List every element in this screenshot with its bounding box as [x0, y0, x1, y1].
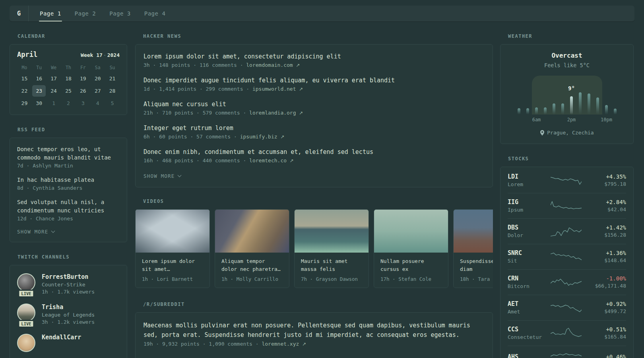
- calendar-day: 16: [32, 73, 47, 84]
- stock-id: AHS: [508, 353, 551, 358]
- calendar-grid: MoTuWeThFrSaSu15161718192021222324252627…: [17, 63, 120, 109]
- video-thumbnail[interactable]: [215, 210, 289, 253]
- twitch-channel-row[interactable]: LIVE ForrestBurton Counter-Strike 1h · 1…: [17, 273, 120, 295]
- stock-row[interactable]: AET Amet +0.92% $499.72: [508, 295, 626, 320]
- avatar-wrap: [17, 334, 35, 352]
- video-title[interactable]: Suspendisse diam: [460, 257, 493, 273]
- show-more-label: SHOW MORE: [17, 229, 48, 235]
- stock-row[interactable]: CCS Consectetur +0.51% $165.84: [508, 320, 626, 346]
- video-body: Lorem ipsum dolor sit amet consectetu… 1…: [136, 253, 209, 288]
- hackernews-domain-link[interactable]: loremtech.co: [249, 158, 287, 163]
- twitch-channel-row[interactable]: KendallCarr: [17, 334, 120, 352]
- calendar-day: 5: [105, 97, 120, 109]
- rss-show-more-button[interactable]: SHOW MORE: [17, 229, 120, 235]
- external-link-icon: ↗: [299, 86, 303, 92]
- subreddit-post-title[interactable]: Maecenas mollis pulvinar erat non posuer…: [144, 321, 485, 340]
- weather-card: Overcast Feels like 5°C 9° 6am 2pm 10pm: [500, 44, 634, 144]
- video-title[interactable]: Nullam posuere cursus ex: [380, 257, 442, 273]
- calendar-weekday: Su: [105, 63, 120, 72]
- tab-page-3[interactable]: Page 3: [109, 6, 132, 21]
- hackernews-title[interactable]: Donec enim nibh, condimentum et accumsan…: [144, 148, 485, 156]
- tab-page-1[interactable]: Page 1: [39, 6, 62, 21]
- stock-sparkline: [551, 200, 582, 212]
- tab-label: Page 1: [40, 10, 61, 17]
- hackernews-meta: 1d · 1,414 points · 299 comments · ipsum…: [144, 86, 485, 92]
- twitch-channel-row[interactable]: LIVE Trisha League of Legends 3h · 1.2k …: [17, 304, 120, 325]
- stock-values: +4.35% $795.18: [582, 173, 626, 187]
- calendar-day: 25: [61, 85, 76, 97]
- video-card: Lorem ipsum dolor sit amet consectetu… 1…: [135, 209, 210, 288]
- video-thumbnail[interactable]: [374, 210, 448, 253]
- weather-bar: [588, 93, 590, 115]
- stock-ticker: CRN: [508, 275, 551, 282]
- show-more-label: SHOW MORE: [144, 173, 175, 179]
- stock-values: -1.00% $66,171.48: [582, 275, 626, 289]
- stock-name: Bitcorn: [508, 283, 551, 289]
- time-label: 6am: [532, 117, 541, 123]
- tab-page-4[interactable]: Page 4: [144, 6, 167, 21]
- calendar-weekday: We: [47, 63, 61, 72]
- stock-row[interactable]: SNRC Sit +1.36% $148.64: [508, 244, 626, 269]
- hackernews-domain-link[interactable]: ipsumworld.net: [252, 86, 296, 92]
- hackernews-title[interactable]: Donec imperdiet augue tincidunt felis al…: [144, 76, 485, 85]
- weather-bar: [526, 108, 529, 115]
- rss-item-title[interactable]: Sed volutpat nulla nisl, a condimentum n…: [17, 198, 120, 215]
- hackernews-title[interactable]: Lorem ipsum dolor sit amet, consectetur …: [144, 53, 485, 61]
- video-card: Mauris sit amet massa felis 7h · Grayson…: [294, 209, 369, 288]
- tab-page-2[interactable]: Page 2: [74, 6, 97, 21]
- hackernews-title[interactable]: Aliquam nec cursus elit: [144, 100, 485, 109]
- video-title[interactable]: Aliquam tempor dolor nec pharetra…: [221, 257, 283, 273]
- weather-bar: [579, 92, 582, 115]
- hackernews-domain-link[interactable]: ipsumify.biz: [240, 134, 277, 140]
- video-title[interactable]: Mauris sit amet massa felis: [301, 257, 362, 273]
- rss-item-meta: 12d · Chance Jones: [17, 216, 120, 222]
- hackernews-show-more-button[interactable]: SHOW MORE: [144, 173, 485, 179]
- stock-values: +0.51% $165.84: [582, 326, 626, 340]
- stock-row[interactable]: CRN Bitcorn -1.00% $66,171.48: [508, 269, 626, 295]
- stock-name: Lorem: [508, 181, 551, 187]
- calendar-weekday: Fr: [76, 63, 90, 72]
- meta-text: 1d · 1,414 points · 299 comments ·: [144, 86, 249, 92]
- weather-bar: [518, 108, 520, 115]
- time-label: 10pm: [601, 117, 612, 123]
- subreddit-domain-link[interactable]: loremnet.xyz: [262, 341, 299, 347]
- calendar-day: 30: [32, 97, 47, 109]
- hackernews-domain-link[interactable]: loremlandia.org: [249, 110, 296, 116]
- video-thumbnail[interactable]: [454, 210, 493, 253]
- weather-chart: 9°: [518, 75, 617, 115]
- twitch-card: LIVE ForrestBurton Counter-Strike 1h · 1…: [10, 265, 127, 358]
- rss-item-title[interactable]: In hac habitasse platea: [17, 176, 120, 184]
- channel-info: KendallCarr: [42, 334, 81, 352]
- stock-row[interactable]: LDI Lorem +4.35% $795.18: [508, 168, 626, 193]
- rss-item: Donec tempor eros leo, ut commodo mauris…: [17, 145, 120, 169]
- meta-text: 21h · 710 points · 579 comments ·: [144, 110, 246, 116]
- stock-row[interactable]: IIG Ipsum +2.84% $42.04: [508, 193, 626, 218]
- weather-bar: [596, 97, 599, 115]
- calendar-day: 17: [47, 73, 61, 84]
- external-link-icon: ↗: [296, 62, 300, 68]
- stock-sparkline: [551, 174, 582, 186]
- hackernews-item: Integer eget rutrum lorem 6h · 60 points…: [144, 124, 485, 140]
- video-title[interactable]: Lorem ipsum dolor sit amet consectetu…: [142, 257, 203, 273]
- calendar-week-number: Week 17: [81, 52, 103, 58]
- tab-label: Page 3: [109, 10, 131, 17]
- rss-item-title[interactable]: Donec tempor eros leo, ut commodo mauris…: [17, 145, 120, 162]
- video-thumbnail[interactable]: [136, 210, 209, 253]
- stock-values: +1.42% $156.28: [582, 224, 626, 238]
- video-card: Suspendisse diam 18h · Tara: [453, 209, 493, 288]
- calendar-day: 22: [17, 85, 32, 97]
- stock-change: +1.36%: [582, 250, 626, 256]
- stock-row[interactable]: AHS +0.46%: [508, 346, 626, 358]
- hackernews-title[interactable]: Integer eget rutrum lorem: [144, 124, 485, 132]
- stock-sparkline: [551, 276, 582, 288]
- video-thumbnail[interactable]: [295, 210, 369, 253]
- weather-peak-temperature: 9°: [568, 85, 575, 91]
- stock-id: IIG Ipsum: [508, 198, 551, 213]
- rss-item: Sed volutpat nulla nisl, a condimentum n…: [17, 198, 120, 222]
- stock-row[interactable]: DBS Dolor +1.42% $156.28: [508, 218, 626, 244]
- calendar-day: 29: [17, 97, 32, 109]
- rss-item: In hac habitasse platea 8d · Cynthia Sau…: [17, 176, 120, 191]
- hackernews-domain-link[interactable]: loremdomain.com: [246, 62, 293, 68]
- channel-game: Counter-Strike: [42, 282, 95, 288]
- chevron-down-icon: [177, 173, 181, 177]
